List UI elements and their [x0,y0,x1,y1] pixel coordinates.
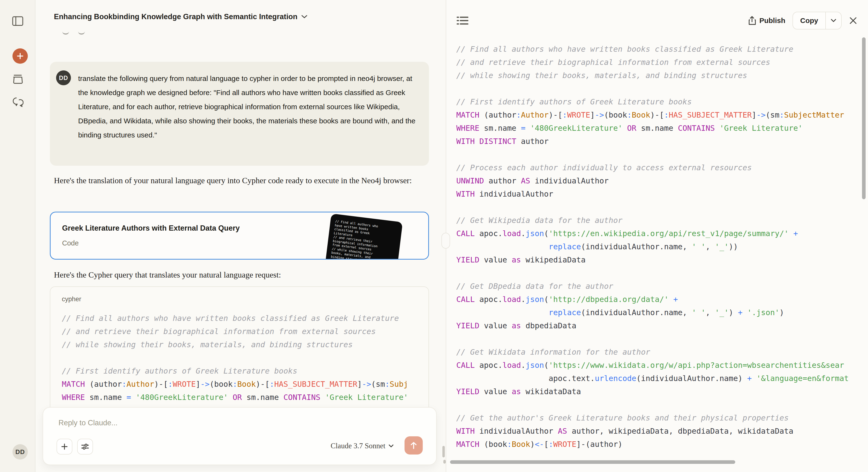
publish-label: Publish [760,16,785,25]
attach-button[interactable] [57,439,72,454]
send-button[interactable] [405,436,423,454]
code-language-label: cypher [62,296,81,303]
new-chat-button[interactable] [12,48,28,64]
user-message-avatar: DD [56,70,71,85]
recent-chats-button[interactable] [10,95,25,110]
reply-input[interactable]: Reply to Claude... [59,418,117,427]
copy-dropdown-button[interactable] [826,12,841,29]
sliders-icon [81,443,89,450]
plus-icon [16,52,24,60]
copy-button[interactable]: Copy [793,12,825,29]
chevron-down-icon [389,444,394,447]
share-icon [748,16,756,25]
app-sidebar: DD [0,0,35,472]
arrow-up-icon [409,441,418,450]
artifact-subtitle: Code [62,239,79,247]
user-message-text: translate the following query from natur… [78,71,415,142]
artifact-code: // Find all authors who have written boo… [456,43,864,457]
artifact-title: Greek Literature Authors with External D… [62,224,240,233]
artifact-thumbnail-code: // Find all authors who have written boo… [331,220,397,260]
outline-toggle-button[interactable] [456,14,469,27]
chat-bubbles-icon [12,97,24,108]
cutoff-action-icon [78,31,85,34]
user-message: DD translate the following query from na… [50,62,429,166]
close-panel-button[interactable] [849,16,858,25]
artifact-thumbnail: // Find all authors who have written boo… [324,213,403,260]
tools-button[interactable] [77,439,93,454]
panel-resize-handle[interactable] [441,233,450,248]
list-outline-icon [457,15,468,26]
cutoff-action-icon [62,31,69,34]
artifact-panel: Publish Copy // Find all authors who hav… [446,0,868,472]
sidebar-toggle-button[interactable] [10,13,25,29]
composer: Reply to Claude... Claude 3.7 Sonnet [43,407,437,465]
copy-split-button: Copy [793,12,842,29]
chat-column: Enhancing Bookbinding Knowledge Graph wi… [35,0,446,472]
conversation-header[interactable]: Enhancing Bookbinding Knowledge Graph wi… [54,12,307,21]
artifact-card[interactable]: Greek Literature Authors with External D… [50,212,429,260]
panel-actions: Publish Copy [748,11,858,30]
panel-vertical-scrollbar[interactable] [862,37,866,199]
chat-code: // Find all authors who have written boo… [62,312,419,404]
plus-icon [61,443,68,450]
chats-history-button[interactable] [10,72,25,87]
sidebar-panel-icon [12,16,23,26]
publish-button[interactable]: Publish [748,16,785,25]
model-selector[interactable]: Claude 3.7 Sonnet [331,442,394,450]
assistant-followup-text: Here's the Cypher query that translates … [54,267,421,282]
model-name: Claude 3.7 Sonnet [331,442,385,450]
chat-scrollbar-end[interactable] [443,460,446,464]
conversation-title: Enhancing Bookbinding Knowledge Graph wi… [54,12,298,21]
tray-icon [12,74,23,85]
user-avatar-footer[interactable]: DD [12,444,28,460]
close-icon [849,16,858,25]
panel-horizontal-scrollbar[interactable] [450,460,735,464]
assistant-intro-text: Here's the translation of your natural l… [54,173,421,188]
chevron-down-icon [831,19,836,23]
chevron-down-icon [301,14,307,19]
chat-scrollbar-thumb[interactable] [442,446,445,458]
